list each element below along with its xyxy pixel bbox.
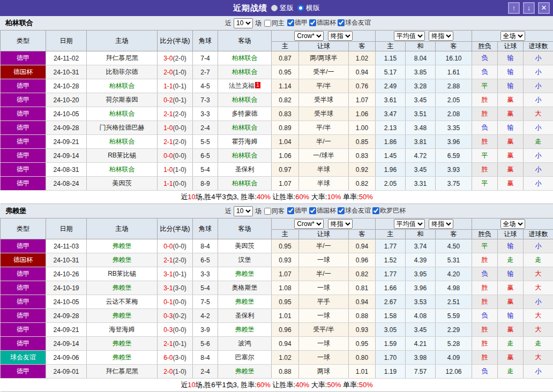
crow-away-odds: 0.80 — [349, 351, 376, 365]
crow-home-odds: 1.04 — [272, 135, 299, 149]
result-group: 全场 — [472, 218, 553, 230]
avg-draw-odds: 3.31 — [406, 177, 436, 191]
avg-draw-odds: 4.21 — [406, 337, 436, 351]
match-row: 德甲 24-10-20 荷尔斯泰因 0-2(0-1) 7-3 柏林联合 0.82… — [1, 93, 553, 107]
avg-away-odds: 3.35 — [436, 121, 472, 135]
match-count-select[interactable]: 10 — [234, 18, 253, 28]
league-label: 德甲 — [295, 18, 308, 27]
result-wdl: 负 — [472, 309, 498, 323]
summary-value: 50% — [359, 193, 373, 201]
result-wdl: 胜 — [472, 323, 498, 337]
result-wdl: 胜 — [472, 135, 498, 149]
league-badge: 德甲 — [1, 295, 46, 309]
europe-odds-group: 平均值 终指 — [376, 218, 472, 230]
same-venue-filter[interactable]: 同客 — [263, 207, 285, 216]
league-filter[interactable]: 德甲 — [286, 206, 308, 215]
league-filter[interactable]: 德国杯 — [308, 206, 336, 215]
home-team: RB莱比锡 — [87, 267, 158, 281]
fulltime-score: 0-0 — [163, 152, 173, 160]
summary-text: 单率: — [341, 193, 358, 201]
league-checkbox[interactable] — [338, 207, 345, 214]
home-team: 柏林联合 — [87, 107, 158, 121]
crow-away-odds: 0.94 — [349, 65, 376, 79]
avg-away-odds: 12.06 — [436, 365, 472, 379]
match-date: 24-11-03 — [46, 239, 87, 253]
same-venue-checkbox[interactable] — [264, 208, 271, 215]
bookmaker-select[interactable]: Crow* — [294, 219, 324, 229]
avg-home-odds: 1.58 — [376, 309, 406, 323]
move-down-button[interactable]: ↓ — [523, 2, 535, 14]
col-header-home: 主场 — [87, 218, 158, 239]
result-handicap: 赢 — [498, 93, 524, 107]
same-venue-checkbox[interactable] — [264, 20, 271, 27]
odds-time-select-1[interactable]: 终指 — [328, 219, 353, 229]
league-filter[interactable]: 德甲 — [286, 18, 308, 27]
result-goals: 大 — [524, 107, 553, 121]
league-checkbox[interactable] — [372, 207, 379, 214]
league-badge: 德甲 — [1, 177, 46, 191]
crow-home-odds: 0.95 — [272, 239, 299, 253]
match-row: 德甲 24-09-28 门兴格拉德巴赫 1-0(0-0) 2-4 柏林联合 0.… — [1, 121, 553, 135]
league-filter[interactable]: 欧罗巴杯 — [371, 206, 406, 215]
halftime-score: (1-0) — [173, 368, 186, 375]
league-checkbox[interactable] — [287, 207, 294, 214]
crow-away-odds: 0.88 — [349, 309, 376, 323]
result-goals: 小 — [524, 239, 553, 253]
fulltime-score: 0-0 — [163, 243, 173, 250]
league-filter[interactable]: 球会友谊 — [336, 18, 371, 27]
result-group: 全场 — [472, 31, 553, 42]
team-name: 弗赖堡 — [0, 206, 26, 216]
result-handicap: 输 — [498, 267, 524, 281]
summary-value: 10 — [188, 381, 195, 389]
match-count-select[interactable]: 10 — [234, 206, 253, 216]
summary-text: 让胜率: — [271, 193, 295, 201]
halftime-score: (0-1) — [173, 82, 186, 90]
horizontal-layout-radio[interactable]: 横版 — [297, 3, 320, 13]
average-select[interactable]: 平均值 — [394, 31, 425, 41]
match-row: 德甲 24-09-21 柏林联合 2-1(2-0) 5-5 霍芬海姆 1.04 … — [1, 135, 553, 149]
average-select[interactable]: 平均值 — [394, 219, 425, 229]
vertical-layout-radio[interactable]: 竖版 — [271, 3, 294, 13]
away-team: 霍芬海姆 — [218, 135, 272, 149]
period-select[interactable]: 全场 — [500, 31, 525, 41]
bookmaker-select[interactable]: Crow* — [294, 31, 324, 41]
crow-home-odds: 1.14 — [272, 79, 299, 93]
result-wdl: 胜 — [472, 281, 498, 295]
avg-draw-odds: 4.72 — [406, 149, 436, 163]
odds-time-select-2[interactable]: 终指 — [429, 219, 453, 229]
match-date: 24-09-01 — [46, 365, 87, 379]
result-wdl: 胜 — [472, 107, 498, 121]
avg-draw-odds: 8.04 — [406, 51, 436, 65]
corners: 2-4 — [193, 121, 218, 135]
move-up-button[interactable]: ↑ — [508, 2, 520, 14]
score-cell: 2-1(2-0) — [158, 107, 193, 121]
fulltime-score: 0-2 — [163, 96, 173, 104]
league-filter[interactable]: 球会友谊 — [336, 206, 371, 215]
avg-draw-odds: 3.95 — [406, 267, 436, 281]
odds-time-select-1[interactable]: 终指 — [328, 31, 353, 41]
avg-home-odds: 1.66 — [376, 281, 406, 295]
league-checkbox[interactable] — [338, 19, 345, 26]
league-checkbox[interactable] — [309, 207, 316, 214]
close-button[interactable]: ✕ — [538, 2, 550, 14]
away-team: 法兰克福1 — [218, 79, 272, 93]
league-filter[interactable]: 德国杯 — [308, 18, 336, 27]
league-checkbox[interactable] — [287, 19, 294, 26]
handicap-line: 一球 — [299, 351, 349, 365]
corners: 2-7 — [193, 65, 218, 79]
odds-time-select-2[interactable]: 终指 — [429, 31, 453, 41]
home-team: 海登海姆 — [87, 323, 158, 337]
away-team: 波鸿 — [218, 337, 272, 351]
league-checkbox[interactable] — [309, 19, 316, 26]
match-date: 24-10-05 — [46, 295, 87, 309]
halftime-score: (0-0) — [173, 124, 186, 132]
handicap-line: 一球 — [299, 337, 349, 351]
halftime-score: (3-0) — [173, 284, 186, 292]
corners: 3-3 — [193, 107, 218, 121]
radio-on-icon — [297, 5, 304, 11]
league-badge: 德甲 — [1, 281, 46, 295]
period-select[interactable]: 全场 — [500, 219, 525, 229]
fulltime-score: 2-1 — [163, 138, 173, 146]
result-handicap: 赢 — [498, 351, 524, 365]
same-venue-filter[interactable]: 同主 — [263, 19, 285, 28]
